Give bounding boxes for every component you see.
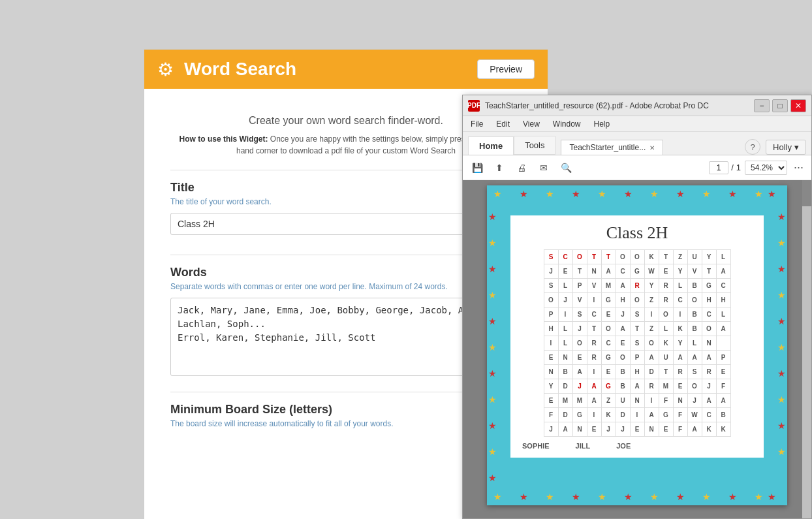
doc-tab[interactable]: TeachStarter_untitle... ✕ — [561, 140, 663, 155]
scroll-thumb[interactable] — [802, 180, 811, 206]
more-options-icon[interactable]: ··· — [791, 161, 806, 174]
acrobat-titlebar: PDF TeachStarter_untitled_resource (62).… — [463, 95, 811, 116]
print-icon[interactable]: 🖨 — [512, 159, 531, 177]
word-jill: JILL — [576, 442, 591, 450]
pdf-inner: Class 2H SCOTTOOKTZUYLJETNACGWEYVTASLPVM… — [510, 215, 764, 458]
word-sophie: SOPHIE — [522, 442, 550, 450]
word-joe: JOE — [616, 442, 631, 450]
pdf-page: ★ ★ ★ ★ ★ ★ ★ ★ ★ ★ ★ ★ ★ ★ ★ ★ ★ ★ ★ ★ — [487, 185, 787, 505]
tab-tools[interactable]: Tools — [514, 136, 555, 155]
word-search-grid: SCOTTOOKTZUYLJETNACGWEYVTASLPVMARYRLBGCO… — [544, 249, 731, 437]
acrobat-right-controls: ? Holly ▾ — [745, 139, 806, 155]
email-icon[interactable]: ✉ — [535, 159, 553, 177]
help-button[interactable]: ? — [745, 139, 760, 155]
acrobat-window: PDF TeachStarter_untitled_resource (62).… — [462, 95, 812, 519]
user-name: Holly — [773, 142, 792, 152]
close-button[interactable]: ✕ — [790, 99, 806, 112]
word-list: SOPHIE JILL JOE — [516, 442, 758, 450]
maximize-button[interactable]: □ — [772, 99, 788, 112]
upload-icon[interactable]: ⬆ — [490, 159, 508, 177]
how-to-prefix: How to use this Widget: — [180, 134, 268, 144]
widget-title: Word Search — [184, 59, 296, 80]
acrobat-title: TeachStarter_untitled_resource (62).pdf … — [485, 101, 749, 110]
menu-help[interactable]: Help — [589, 118, 616, 130]
preview-button[interactable]: Preview — [477, 59, 535, 79]
acrobat-app-icon: PDF — [468, 100, 480, 112]
search-icon[interactable]: 🔍 — [557, 159, 575, 177]
zoom-select[interactable]: 54.2% 75% 100% — [745, 161, 787, 175]
pdf-title: Class 2H — [516, 223, 758, 243]
page-navigation: / 1 — [709, 161, 741, 174]
acrobat-menubar: File Edit View Window Help — [463, 116, 811, 132]
widget-header: ⚙ Word Search Preview — [144, 50, 548, 89]
menu-edit[interactable]: Edit — [491, 118, 515, 130]
user-chevron-icon: ▾ — [794, 142, 799, 152]
acrobat-content: ★ ★ ★ ★ ★ ★ ★ ★ ★ ★ ★ ★ ★ ★ ★ ★ ★ ★ ★ ★ — [463, 180, 811, 518]
menu-file[interactable]: File — [465, 118, 488, 130]
user-button[interactable]: Holly ▾ — [766, 140, 806, 155]
acrobat-icon-text: PDF — [467, 102, 480, 109]
page-separator: / — [731, 163, 734, 172]
minimize-button[interactable]: − — [754, 99, 770, 112]
doc-tab-label: TeachStarter_untitle... — [569, 143, 646, 152]
gear-icon: ⚙ — [157, 59, 174, 80]
titlebar-controls: − □ ✕ — [754, 99, 806, 112]
page-input[interactable] — [709, 161, 728, 174]
scrollbar[interactable] — [802, 180, 811, 518]
menu-view[interactable]: View — [518, 118, 545, 130]
tab-home[interactable]: Home — [468, 136, 514, 155]
menu-window[interactable]: Window — [548, 118, 586, 130]
acrobat-secondary-toolbar: 💾 ⬆ 🖨 ✉ 🔍 / 1 54.2% 75% 100% ··· — [463, 155, 811, 180]
total-pages: 1 — [736, 163, 741, 172]
doc-tab-close-icon[interactable]: ✕ — [649, 144, 655, 151]
save-icon[interactable]: 💾 — [468, 159, 486, 177]
